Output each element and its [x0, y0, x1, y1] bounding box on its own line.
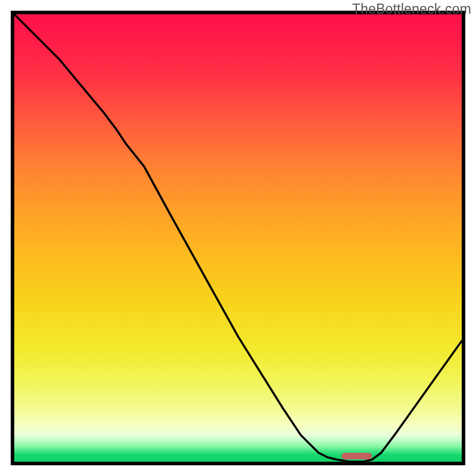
- watermark-text: TheBottleneck.com: [352, 1, 471, 17]
- bottleneck-chart: TheBottleneck.com: [0, 0, 476, 476]
- optimal-marker: [342, 453, 372, 459]
- bottleneck-curve-path: [14, 14, 462, 462]
- curve-layer: [14, 14, 462, 462]
- plot-area: [14, 14, 462, 462]
